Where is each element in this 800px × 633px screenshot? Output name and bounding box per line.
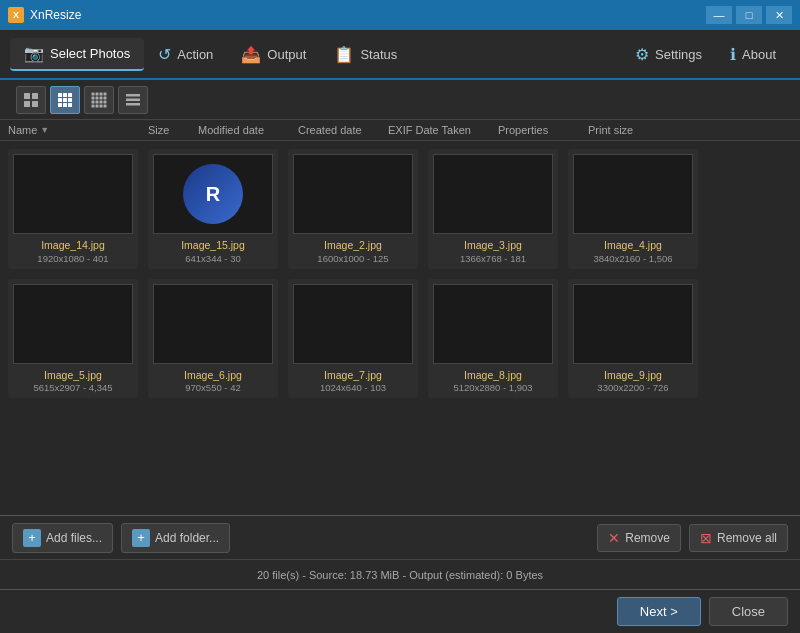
col-header-created[interactable]: Created date xyxy=(298,124,388,136)
action-icon: ↺ xyxy=(158,45,171,64)
sort-arrow-name: ▼ xyxy=(40,125,49,135)
svg-rect-21 xyxy=(92,100,95,103)
svg-rect-16 xyxy=(104,92,107,95)
image-name-6: Image_6.jpg xyxy=(184,368,242,383)
image-item-8[interactable]: Image_8.jpg 5120x2880 - 1,903 xyxy=(428,279,558,399)
image-name-5: Image_5.jpg xyxy=(44,368,102,383)
grid-row: Image_5.jpg 5615x2907 - 4,345 Image_6.jp… xyxy=(8,279,792,399)
svg-rect-31 xyxy=(126,103,140,106)
image-item-7[interactable]: Image_7.jpg 1024x640 - 103 xyxy=(288,279,418,399)
svg-rect-12 xyxy=(68,103,72,107)
svg-rect-19 xyxy=(100,96,103,99)
medium-grid-view-button[interactable] xyxy=(50,86,80,114)
grid-row: Image_14.jpg 1920x1080 - 401 R Image_15.… xyxy=(8,149,792,269)
menu-select-photos[interactable]: 📷 Select Photos xyxy=(10,38,144,71)
remove-all-icon: ⊠ xyxy=(700,530,712,546)
list-view-button[interactable] xyxy=(118,86,148,114)
small-grid-view-button[interactable] xyxy=(84,86,114,114)
svg-rect-1 xyxy=(32,93,38,99)
col-header-properties[interactable]: Properties xyxy=(498,124,588,136)
image-item-0[interactable]: Image_14.jpg 1920x1080 - 401 xyxy=(8,149,138,269)
add-folder-button[interactable]: + Add folder... xyxy=(121,523,230,553)
svg-rect-3 xyxy=(32,101,38,107)
image-name-7: Image_7.jpg xyxy=(324,368,382,383)
settings-label: Settings xyxy=(655,47,702,62)
next-button[interactable]: Next > xyxy=(617,597,701,626)
about-label: About xyxy=(742,47,776,62)
view-toolbar xyxy=(0,80,800,120)
image-item-9[interactable]: Image_9.jpg 3300x2200 - 726 xyxy=(568,279,698,399)
col-header-size[interactable]: Size xyxy=(148,124,198,136)
image-name-9: Image_9.jpg xyxy=(604,368,662,383)
remove-button[interactable]: ✕ Remove xyxy=(597,524,681,552)
remove-all-button[interactable]: ⊠ Remove all xyxy=(689,524,788,552)
svg-rect-7 xyxy=(58,98,62,102)
add-folder-label: Add folder... xyxy=(155,531,219,545)
svg-rect-5 xyxy=(63,93,67,97)
image-item-4[interactable]: Image_4.jpg 3840x2160 - 1,506 xyxy=(568,149,698,269)
col-header-name[interactable]: Name ▼ xyxy=(8,124,148,136)
image-info-8: 5120x2880 - 1,903 xyxy=(453,382,532,393)
col-header-print-size[interactable]: Print size xyxy=(588,124,658,136)
image-info-4: 3840x2160 - 1,506 xyxy=(593,253,672,264)
col-header-exif[interactable]: EXIF Date Taken xyxy=(388,124,498,136)
app-title: XnResize xyxy=(30,8,706,22)
maximize-button[interactable]: □ xyxy=(736,6,762,24)
window-controls: — □ ✕ xyxy=(706,6,792,24)
thumbnail-5 xyxy=(13,284,133,364)
output-icon: 📤 xyxy=(241,45,261,64)
menu-output[interactable]: 📤 Output xyxy=(227,39,320,70)
status-label: Status xyxy=(360,47,397,62)
image-grid[interactable]: Image_14.jpg 1920x1080 - 401 R Image_15.… xyxy=(0,141,800,515)
svg-rect-25 xyxy=(92,104,95,107)
add-files-button[interactable]: + Add files... xyxy=(12,523,113,553)
thumbnail-3 xyxy=(433,154,553,234)
select-photos-label: Select Photos xyxy=(50,46,130,61)
svg-rect-14 xyxy=(96,92,99,95)
image-item-5[interactable]: Image_5.jpg 5615x2907 - 4,345 xyxy=(8,279,138,399)
image-item-3[interactable]: Image_3.jpg 1366x768 - 181 xyxy=(428,149,558,269)
app-icon: X xyxy=(8,7,24,23)
app-icon-text: X xyxy=(13,10,19,20)
svg-rect-20 xyxy=(104,96,107,99)
svg-rect-11 xyxy=(63,103,67,107)
minimize-button[interactable]: — xyxy=(706,6,732,24)
image-info-5: 5615x2907 - 4,345 xyxy=(33,382,112,393)
svg-rect-28 xyxy=(104,104,107,107)
thumbnail-9 xyxy=(573,284,693,364)
col-header-modified[interactable]: Modified date xyxy=(198,124,298,136)
close-window-button[interactable]: ✕ xyxy=(766,6,792,24)
logo-circle: R xyxy=(183,164,243,224)
svg-rect-0 xyxy=(24,93,30,99)
svg-rect-18 xyxy=(96,96,99,99)
svg-rect-8 xyxy=(63,98,67,102)
svg-rect-26 xyxy=(96,104,99,107)
svg-rect-13 xyxy=(92,92,95,95)
svg-rect-23 xyxy=(100,100,103,103)
image-info-3: 1366x768 - 181 xyxy=(460,253,526,264)
add-folder-icon: + xyxy=(132,529,150,547)
svg-rect-9 xyxy=(68,98,72,102)
image-info-9: 3300x2200 - 726 xyxy=(597,382,668,393)
remove-label: Remove xyxy=(625,531,670,545)
nav-bar: Next > Close xyxy=(0,589,800,633)
thumbnail-8 xyxy=(433,284,553,364)
remove-x-icon: ✕ xyxy=(608,530,620,546)
menu-status[interactable]: 📋 Status xyxy=(320,39,411,70)
close-button[interactable]: Close xyxy=(709,597,788,626)
menu-action[interactable]: ↺ Action xyxy=(144,39,227,70)
svg-rect-4 xyxy=(58,93,62,97)
image-item-6[interactable]: Image_6.jpg 970x550 - 42 xyxy=(148,279,278,399)
menu-about[interactable]: ℹ About xyxy=(716,39,790,70)
column-headers: Name ▼ Size Modified date Created date E… xyxy=(0,120,800,141)
image-name-3: Image_3.jpg xyxy=(464,238,522,253)
large-grid-view-button[interactable] xyxy=(16,86,46,114)
menu-settings[interactable]: ⚙ Settings xyxy=(621,39,716,70)
image-info-2: 1600x1000 - 125 xyxy=(317,253,388,264)
image-info-0: 1920x1080 - 401 xyxy=(37,253,108,264)
svg-rect-30 xyxy=(126,98,140,101)
output-label: Output xyxy=(267,47,306,62)
thumbnail-0 xyxy=(13,154,133,234)
image-item-2[interactable]: Image_2.jpg 1600x1000 - 125 xyxy=(288,149,418,269)
image-item-1[interactable]: R Image_15.jpg 641x344 - 30 xyxy=(148,149,278,269)
